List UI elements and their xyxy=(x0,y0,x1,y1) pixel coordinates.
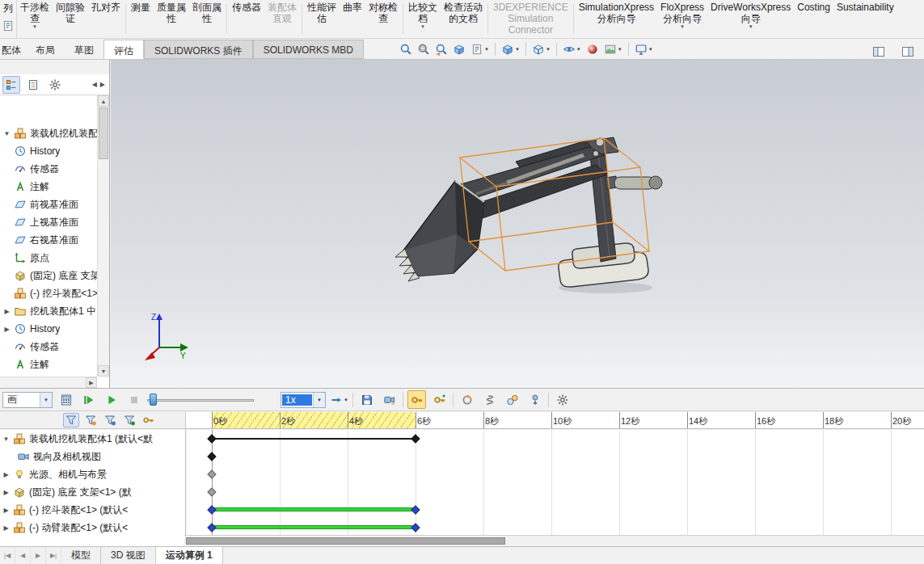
document-tab-模型[interactable]: 模型 xyxy=(61,547,101,564)
collapse-pane-button[interactable] xyxy=(871,43,887,61)
toolbar-button-floxpress[interactable]: FloXpress分析向导▼ xyxy=(657,0,707,38)
keyframe-black[interactable] xyxy=(411,434,420,443)
display-style-button[interactable]: ▼ xyxy=(530,40,552,58)
zoom-fit-button[interactable] xyxy=(398,40,414,58)
view-orientation-button[interactable]: ▼ xyxy=(500,40,521,58)
toolbar-button-mass-properties[interactable]: 质量属性 xyxy=(154,0,189,38)
toolbar-partial-button[interactable]: 列 xyxy=(0,0,17,38)
zoom-to-keys-button[interactable] xyxy=(141,413,157,427)
apply-scene-button[interactable]: ▼ xyxy=(602,40,624,58)
tree-item[interactable]: (-) 挖斗装配<1> (默 xyxy=(0,284,97,302)
toolbar-button-curvature[interactable]: 曲率 xyxy=(340,0,365,38)
graphics-area[interactable]: Z Y xyxy=(111,60,924,388)
feature-tree-vertical-scrollbar[interactable]: ▲ ▼ xyxy=(97,95,109,377)
sheet-nav-button[interactable]: ▶| xyxy=(46,547,61,564)
toolbar-button-performance-evaluation[interactable]: 性能评估 xyxy=(304,0,340,38)
annotation-views-button[interactable]: ▼ xyxy=(469,40,491,58)
tree-item[interactable]: 上视基准面 xyxy=(0,213,97,231)
previous-view-button[interactable] xyxy=(433,40,449,58)
toolbar-button-sustainability[interactable]: Sustainability xyxy=(833,0,897,38)
timeline-change-bar[interactable] xyxy=(212,525,416,529)
featuremanager-tab[interactable] xyxy=(2,76,20,94)
toolbar-button-compare-documents[interactable]: 比较文档▼ xyxy=(405,0,441,38)
hide-show-items-button[interactable]: ▼ xyxy=(561,40,583,58)
keyframe-black[interactable] xyxy=(207,434,216,443)
expander-right-icon[interactable]: ▶ xyxy=(2,507,10,514)
sheet-nav-button[interactable]: ◀ xyxy=(15,547,31,564)
feature-tree-horizontal-scrollbar[interactable]: ▶ xyxy=(0,377,97,388)
save-animation-button[interactable] xyxy=(357,390,376,409)
play-button[interactable] xyxy=(102,390,120,409)
add-key-button[interactable] xyxy=(430,390,449,409)
expander-right-icon[interactable]: ▶ xyxy=(2,489,10,496)
motion-tree-item[interactable]: ▶(固定) 底座 支架<1> (默 xyxy=(0,483,185,501)
toolbar-button-measure[interactable]: 测量 xyxy=(128,0,154,38)
tree-item[interactable]: History xyxy=(0,142,97,160)
sheet-nav-button[interactable]: |◀ xyxy=(0,547,15,564)
tree-item[interactable]: 注解 xyxy=(0,178,97,196)
toolbar-button-interference-detection[interactable]: 干涉检查▼ xyxy=(17,0,53,38)
gravity-button[interactable] xyxy=(525,390,544,409)
playback-mode-button[interactable]: ▼ xyxy=(330,390,348,409)
tab-布局[interactable]: 布局 xyxy=(26,40,65,59)
scroll-tabs-left-icon[interactable]: ◀ xyxy=(92,81,97,88)
play-from-start-button[interactable] xyxy=(79,390,98,409)
timebar-cursor[interactable] xyxy=(212,430,213,535)
expander-right-icon[interactable]: ▶ xyxy=(3,308,11,315)
motion-tree-item[interactable]: ▼装载机挖机装配体1 (默认<默 xyxy=(0,430,185,448)
tree-item[interactable]: 传感器 xyxy=(0,338,97,356)
vertical-scrollbar-thumb[interactable] xyxy=(99,107,108,159)
timeline-area[interactable] xyxy=(187,430,924,535)
expander-down-icon[interactable]: ▼ xyxy=(3,130,11,137)
expander-right-icon[interactable]: ▶ xyxy=(3,326,11,333)
spring-button[interactable] xyxy=(480,390,499,409)
timebar-slider[interactable] xyxy=(147,393,254,407)
scroll-down-button[interactable]: ▼ xyxy=(98,365,109,377)
timeline-horizontal-scrollbar[interactable] xyxy=(184,535,924,546)
tree-item[interactable]: 传感器 xyxy=(0,160,97,178)
filter-results-button[interactable] xyxy=(121,413,137,427)
horizontal-scrollbar-thumb[interactable] xyxy=(186,537,505,545)
timeline-change-bar[interactable] xyxy=(212,507,416,511)
motion-tree-item[interactable]: 视向及相机视图 xyxy=(0,448,185,465)
expander-down-icon[interactable]: ▼ xyxy=(2,436,10,443)
calculate-button[interactable] xyxy=(57,390,75,409)
tab-SOLIDWORKS 插件[interactable]: SOLIDWORKS 插件 xyxy=(144,40,253,59)
filter-driving-button[interactable] xyxy=(82,413,99,427)
keyframe-gray[interactable] xyxy=(207,487,216,496)
section-view-button[interactable] xyxy=(451,40,467,58)
chevron-down-icon[interactable]: ▼ xyxy=(313,393,325,407)
animation-wizard-button[interactable] xyxy=(380,390,399,409)
tree-item[interactable]: ▶History xyxy=(0,320,97,338)
scroll-tabs-right-icon[interactable]: ▶ xyxy=(100,81,105,88)
expand-pane-button[interactable] xyxy=(900,43,916,61)
scroll-right-button[interactable]: ▶ xyxy=(86,377,97,388)
playback-speed-select[interactable]: 1x▼ xyxy=(281,392,326,408)
tree-item[interactable]: 前视基准面 xyxy=(0,196,97,213)
scroll-up-button[interactable]: ▲ xyxy=(98,95,109,107)
tab-配体[interactable]: 配体 xyxy=(0,40,26,59)
view-settings-button[interactable]: ▼ xyxy=(633,40,655,58)
study-type-select[interactable]: 画▼ xyxy=(2,392,53,408)
document-tab-3D 视图[interactable]: 3D 视图 xyxy=(101,547,156,564)
toolbar-button-check-active-document[interactable]: 检查活动的文档 xyxy=(441,0,486,38)
keyframe-black[interactable] xyxy=(207,452,216,461)
contact-button[interactable] xyxy=(503,390,521,409)
tab-SOLIDWORKS MBD[interactable]: SOLIDWORKS MBD xyxy=(253,40,364,59)
zoom-to-area-button[interactable] xyxy=(416,40,432,58)
autokey-button[interactable] xyxy=(407,390,426,409)
motion-tree-item[interactable]: ▶(-) 动臂装配<1> (默认< xyxy=(0,519,185,537)
tree-item[interactable]: 注解 xyxy=(0,356,97,373)
motion-tree-item[interactable]: ▶(-) 挖斗装配<1> (默认< xyxy=(0,501,185,519)
toolbar-button-driveworksxpress[interactable]: DriveWorksXpress向导▼ xyxy=(707,0,794,38)
tree-item[interactable]: ▼装载机挖机装配体1 (默 xyxy=(0,124,97,142)
toolbar-button-section-properties[interactable]: 剖面属性 xyxy=(189,0,225,38)
filter-animated-button[interactable] xyxy=(63,413,79,427)
toolbar-button-simulationxpress[interactable]: SimulationXpress分析向导 xyxy=(576,0,657,38)
tree-item[interactable]: 右视基准面 xyxy=(0,231,97,249)
motor-button[interactable] xyxy=(458,390,476,409)
timeline-change-bar[interactable] xyxy=(212,438,416,440)
toolbar-button-sensor[interactable]: 传感器 xyxy=(229,0,264,38)
sheet-nav-button[interactable]: ▶ xyxy=(31,547,46,564)
configurationmanager-tab[interactable] xyxy=(46,76,64,94)
